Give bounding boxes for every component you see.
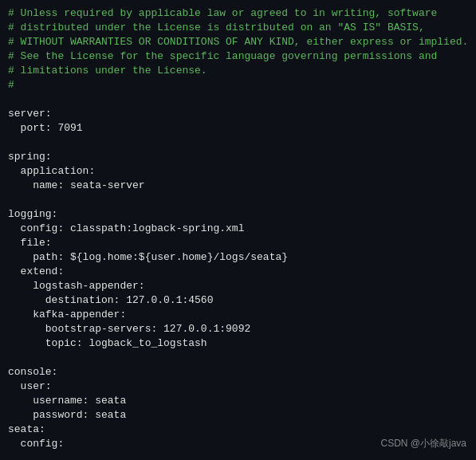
code-editor: # Unless required by applicable law or a… xyxy=(0,0,476,460)
code-line: username: seata xyxy=(8,394,468,408)
code-line: path: ${log.home:${user.home}/logs/seata… xyxy=(8,250,468,265)
watermark: CSDN @小徐敲java xyxy=(380,437,466,450)
code-line: # limitations under the License. xyxy=(8,64,468,78)
code-line: console: xyxy=(8,365,468,379)
code-line: server: xyxy=(8,107,468,121)
code-line: bootstrap-servers: 127.0.0.1:9092 xyxy=(8,322,468,336)
code-line: port: 7091 xyxy=(8,121,468,136)
code-line: file: xyxy=(8,236,468,250)
code-line: topic: logback_to_logstash xyxy=(8,336,468,351)
code-line: spring: xyxy=(8,150,468,164)
code-line: extend: xyxy=(8,265,468,279)
code-line: kafka-appender: xyxy=(8,308,468,322)
code-line: logstash-appender: xyxy=(8,279,468,293)
code-line: # xyxy=(8,78,468,92)
code-line: application: xyxy=(8,164,468,179)
code-line xyxy=(8,193,468,207)
code-line: # WITHOUT WARRANTIES OR CONDITIONS OF AN… xyxy=(8,35,468,49)
code-line xyxy=(8,136,468,150)
code-line: destination: 127.0.0.1:4560 xyxy=(8,293,468,308)
code-line: user: xyxy=(8,379,468,394)
code-line xyxy=(8,92,468,107)
code-line xyxy=(8,351,468,365)
code-line: # distributed under the License is distr… xyxy=(8,21,468,35)
code-line: # Unless required by applicable law or a… xyxy=(8,6,468,21)
code-line: seata: xyxy=(8,423,468,437)
code-line: # See the License for the specific langu… xyxy=(8,49,468,64)
code-line: name: seata-server xyxy=(8,179,468,193)
code-line: logging: xyxy=(8,207,468,222)
code-line: password: seata xyxy=(8,408,468,423)
code-line: config: classpath:logback-spring.xml xyxy=(8,222,468,236)
